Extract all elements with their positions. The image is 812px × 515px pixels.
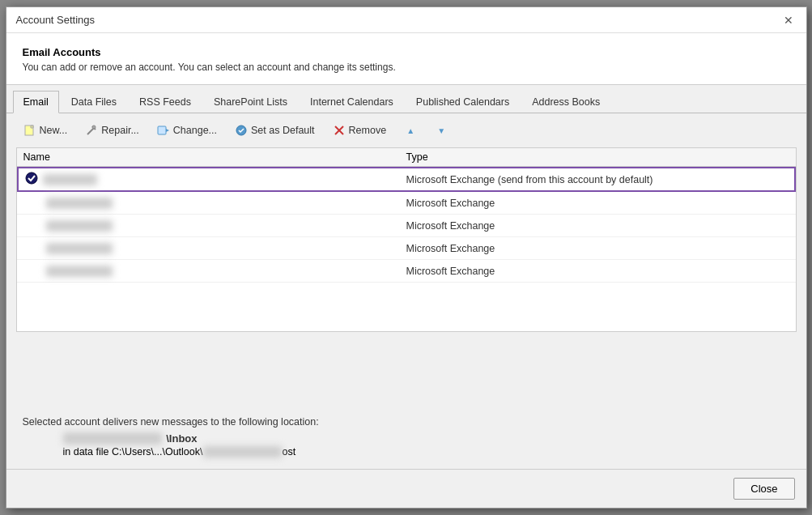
change-icon [157,124,170,137]
repair-label: Repair... [101,125,139,136]
remove-label: Remove [349,125,387,136]
email-accounts-title: Email Accounts [23,46,790,58]
tab-internet-calendars[interactable]: Internet Calendars [300,91,404,113]
inbox-label: \Inbox [166,432,197,445]
change-button[interactable]: Change... [150,120,224,141]
table-row[interactable]: account4name Microsoft Exchange [17,237,796,260]
datafile-name: somefilename.ost [203,446,283,458]
new-icon [23,124,36,137]
new-label: New... [40,125,68,136]
table-row[interactable]: account3name Microsoft Exchange [17,215,796,237]
toolbar: New... Repair... Change... [6,113,806,147]
table-row[interactable]: hotmail.com Microsoft Exchange (send fro… [17,167,796,192]
change-label: Change... [173,125,217,136]
remove-button[interactable]: Remove [325,120,394,141]
table-header: Name Type [17,148,796,167]
row-name: account3name [23,220,406,232]
table-row[interactable]: account2name Microsoft Exchange [17,192,796,215]
account-settings-dialog: Account Settings ✕ Email Accounts You ca… [6,6,807,509]
tab-sharepoint-lists[interactable]: SharePoint Lists [203,91,298,113]
row-name: account4name [23,243,406,254]
svg-point-3 [92,126,96,129]
set-default-label: Set as Default [251,125,315,136]
window-close-button[interactable]: ✕ [780,12,797,28]
row-type: Microsoft Exchange (send from this accou… [406,174,788,185]
close-dialog-button[interactable]: Close [733,478,794,500]
footer-label: Selected account delivers new messages t… [23,416,790,428]
datafile-prefix: in data file C:\Users\...\Outlook\ [63,446,203,458]
tab-rss-feeds[interactable]: RSS Feeds [129,91,202,113]
default-account-icon [25,172,38,187]
svg-marker-2 [31,126,33,128]
remove-icon [333,124,346,137]
row-name: hotmail.com [25,172,406,187]
row-name: account2name [23,198,406,209]
col-type-header: Type [406,151,789,163]
set-default-button[interactable]: Set as Default [227,120,322,141]
title-bar: Account Settings ✕ [6,7,806,33]
email-accounts-description: You can add or remove an account. You ca… [23,62,790,73]
bottom-bar: Close [6,469,806,508]
table-empty-space [17,283,796,331]
tab-bar: Email Data Files RSS Feeds SharePoint Li… [6,85,806,113]
tab-email[interactable]: Email [13,91,59,113]
row-name: account5name [23,266,406,277]
svg-point-8 [26,172,37,184]
svg-rect-4 [158,126,166,134]
row-type: Microsoft Exchange [406,243,789,254]
table-row[interactable]: account5name Microsoft Exchange [17,260,796,283]
tab-address-books[interactable]: Address Books [521,91,610,113]
row-type: Microsoft Exchange [406,266,789,277]
set-default-icon [235,124,248,137]
up-arrow-icon [404,124,417,137]
row-type: Microsoft Exchange [406,220,789,232]
tab-published-calendars[interactable]: Published Calendars [406,91,520,113]
tab-data-files[interactable]: Data Files [61,91,127,113]
datafile-suffix: ost [282,446,295,458]
move-down-button[interactable] [427,120,455,141]
header-section: Email Accounts You can add or remove an … [6,33,806,85]
dialog-title: Account Settings [16,14,96,26]
row-type: Microsoft Exchange [406,198,789,209]
content-area: Name Type hotmail.com Microsoft Exchange… [6,147,806,405]
inbox-location: SomeName\Inbox [63,432,162,445]
col-name-header: Name [23,151,406,163]
accounts-table: Name Type hotmail.com Microsoft Exchange… [16,147,797,332]
repair-button[interactable]: Repair... [78,120,147,141]
repair-icon [85,124,98,137]
down-arrow-icon [435,124,448,137]
move-up-button[interactable] [397,120,424,141]
new-button[interactable]: New... [16,120,75,141]
footer-section: Selected account delivers new messages t… [6,405,806,469]
